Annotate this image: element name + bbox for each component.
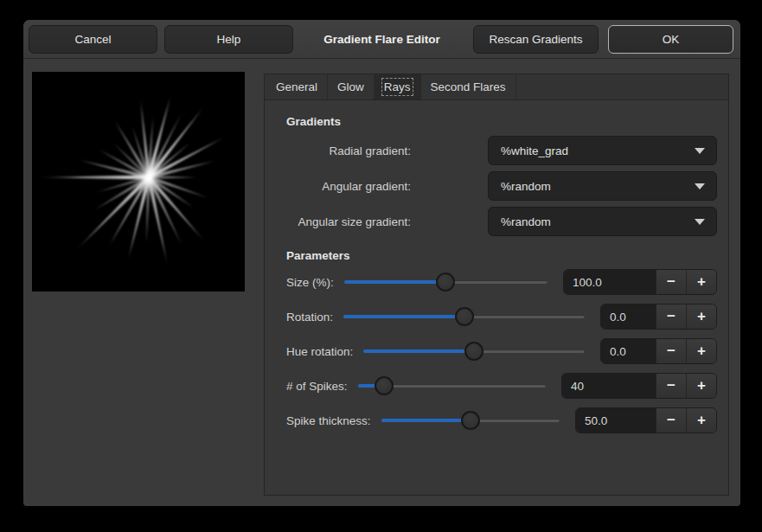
- slider-fill: [381, 419, 471, 422]
- panel-body: Gradients Radial gradient: %white_grad A…: [265, 112, 728, 433]
- hue-rotation-row: Hue rotation: 0.0 − +: [286, 338, 717, 364]
- minus-button[interactable]: −: [656, 339, 686, 363]
- angular-size-gradient-row: Angular size gradient: %random: [286, 207, 717, 236]
- chevron-down-icon: [695, 183, 705, 189]
- radial-gradient-value: %white_grad: [501, 144, 568, 157]
- gradients-heading: Gradients: [286, 112, 717, 130]
- flare-rays-image: [32, 72, 245, 292]
- angular-gradient-select[interactable]: %random: [488, 171, 717, 201]
- num-spikes-row: # of Spikes: 40 − +: [286, 373, 717, 399]
- angular-size-gradient-select[interactable]: %random: [488, 207, 717, 236]
- slider-handle[interactable]: [436, 272, 455, 292]
- tab-glow[interactable]: Glow: [328, 74, 375, 99]
- size-row: Size (%): 100.0 − +: [286, 269, 717, 295]
- plus-button[interactable]: +: [686, 304, 716, 329]
- tab-strip: General Glow Rays Second Flares: [265, 74, 728, 100]
- hue-rotation-label: Hue rotation:: [286, 345, 353, 358]
- parameters-heading: Parameters: [286, 247, 717, 264]
- rotation-input[interactable]: 0.0: [601, 304, 656, 329]
- slider-fill: [344, 280, 446, 284]
- rotation-spinbox: 0.0 − +: [600, 304, 717, 330]
- size-label: Size (%):: [286, 276, 334, 289]
- tab-second-flares-label: Second Flares: [431, 80, 506, 93]
- tab-general-label: General: [276, 80, 317, 93]
- num-spikes-slider[interactable]: [358, 376, 546, 395]
- radial-gradient-label: Radial gradient:: [286, 144, 488, 157]
- flare-preview[interactable]: [32, 72, 245, 292]
- slider-handle[interactable]: [464, 342, 483, 361]
- plus-button[interactable]: +: [686, 408, 716, 433]
- radial-gradient-select[interactable]: %white_grad: [488, 136, 717, 165]
- help-button[interactable]: Help: [164, 25, 293, 54]
- minus-button[interactable]: −: [656, 304, 686, 329]
- slider-handle[interactable]: [375, 376, 394, 395]
- spike-thickness-spinbox: 50.0 − +: [575, 407, 717, 433]
- slider-fill: [363, 349, 474, 353]
- slider-handle[interactable]: [461, 411, 480, 430]
- angular-size-gradient-value: %random: [501, 215, 551, 228]
- angular-gradient-row: Angular gradient: %random: [286, 171, 717, 201]
- num-spikes-spinbox: 40 − +: [561, 373, 717, 399]
- size-input[interactable]: 100.0: [564, 270, 656, 294]
- tab-general[interactable]: General: [266, 74, 328, 99]
- header-bar: Gradient Flare Editor Cancel Help Rescan…: [23, 20, 740, 59]
- rotation-label: Rotation:: [286, 311, 333, 324]
- tab-glow-label: Glow: [337, 80, 364, 93]
- spike-thickness-row: Spike thickness: 50.0 − +: [286, 407, 717, 433]
- gradient-flare-editor-dialog: Gradient Flare Editor Cancel Help Rescan…: [23, 20, 740, 506]
- minus-button[interactable]: −: [656, 408, 686, 433]
- ok-button[interactable]: OK: [608, 25, 733, 54]
- angular-size-gradient-label: Angular size gradient:: [286, 215, 488, 228]
- plus-button[interactable]: +: [686, 270, 716, 294]
- hue-rotation-spinbox: 0.0 − +: [600, 338, 717, 364]
- minus-button[interactable]: −: [656, 374, 686, 398]
- chevron-down-icon: [695, 219, 705, 225]
- tab-rays-label: Rays: [384, 80, 411, 93]
- hue-rotation-input[interactable]: 0.0: [601, 339, 656, 363]
- rotation-slider[interactable]: [343, 307, 585, 326]
- plus-button[interactable]: +: [686, 374, 716, 398]
- spike-thickness-label: Spike thickness:: [286, 414, 371, 427]
- hue-rotation-slider[interactable]: [363, 342, 585, 361]
- tab-rays[interactable]: Rays: [375, 74, 421, 99]
- rotation-row: Rotation: 0.0 − +: [286, 304, 717, 330]
- num-spikes-label: # of Spikes:: [286, 380, 348, 393]
- spike-thickness-slider[interactable]: [381, 411, 560, 430]
- size-slider[interactable]: [344, 272, 547, 292]
- angular-gradient-label: Angular gradient:: [286, 180, 488, 193]
- num-spikes-input[interactable]: 40: [562, 374, 656, 398]
- plus-button[interactable]: +: [686, 339, 716, 363]
- size-spinbox: 100.0 − +: [563, 269, 717, 295]
- rays-tab-panel: General Glow Rays Second Flares Gradient…: [264, 74, 729, 496]
- angular-gradient-value: %random: [501, 180, 551, 193]
- tab-second-flares[interactable]: Second Flares: [421, 74, 516, 99]
- cancel-button[interactable]: Cancel: [29, 25, 157, 54]
- screen: Gradient Flare Editor Cancel Help Rescan…: [0, 0, 762, 532]
- spike-thickness-input[interactable]: 50.0: [576, 408, 656, 433]
- chevron-down-icon: [695, 148, 705, 154]
- slider-fill: [343, 315, 464, 318]
- radial-gradient-row: Radial gradient: %white_grad: [286, 136, 717, 165]
- minus-button[interactable]: −: [656, 270, 686, 294]
- rescan-gradients-button[interactable]: Rescan Gradients: [473, 25, 599, 54]
- slider-handle[interactable]: [455, 307, 474, 326]
